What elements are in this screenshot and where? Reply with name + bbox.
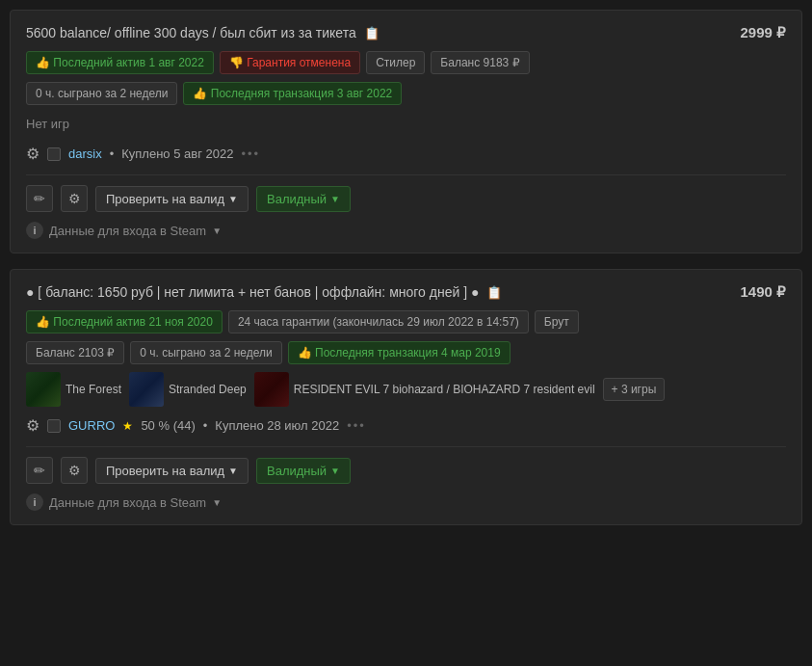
card1-checkbox[interactable] [47,147,61,161]
card2-valid-button[interactable]: Валидный ▼ [256,458,351,484]
card2-divider [26,446,786,447]
card2-tag-guarantee: 24 часа гарантии (закончилась 29 июл 202… [228,310,529,333]
card1-steam-login-row[interactable]: i Данные для входа в Steam ▼ [26,222,786,239]
card2-plus-games[interactable]: + 3 игры [603,378,666,401]
card2-checkbox[interactable] [47,419,61,433]
card1-tags-row1: 👍 Последний актив 1 авг 2022 👎 Гарантия … [26,51,786,74]
card1-check-button[interactable]: Проверить на валид ▼ [95,186,249,212]
card2-tag-brut: Брут [535,310,579,333]
card2-tags-row1: 👍 Последний актив 21 ноя 2020 24 часа га… [26,310,786,333]
card2-steam-login-label: Данные для входа в Steam [49,495,206,510]
card1-tag-guarantee: 👎 Гарантия отменена [220,51,360,74]
card2-seller-row: ⚙ GURRO ★ 50 % (44) • Куплено 28 июл 202… [26,416,786,435]
resident-thumbnail [254,372,289,407]
card1-title: 5600 balance/ offline 300 days / был сби… [26,25,356,40]
card1-price: 2999 ₽ [740,24,786,41]
card1-info-icon: i [26,222,43,239]
card2-tags-row2: Баланс 2103 ₽ 0 ч. сыграно за 2 недели 👍… [26,341,786,364]
card1-steam-btn[interactable]: ⚙ [61,185,88,212]
card2-tag-last-transaction: 👍 Последняя транзакция 4 мар 2019 [288,341,511,364]
card2-login-chevron: ▼ [212,497,222,508]
card1-copy-icon[interactable]: 📋 [364,26,380,40]
card1-valid-chevron: ▼ [330,194,340,204]
card2-check-chevron: ▼ [228,466,238,476]
card1-tag-playtime: 0 ч. сыграно за 2 недели [26,82,177,105]
card2-title: ● [ баланс: 1650 руб | нет лимита + нет … [26,284,479,300]
card1-dots-menu[interactable]: ••• [241,147,260,161]
card2-dots-menu[interactable]: ••• [347,418,366,433]
card1-header: 5600 balance/ offline 300 days / был сби… [26,24,786,41]
card2-valid-label: Валидный [267,464,327,478]
card1-tag-last-active: 👍 Последний актив 1 авг 2022 [26,51,214,74]
card2-seller-dot: • [203,418,208,433]
card2-tag-last-active: 👍 Последний актив 21 ноя 2020 [26,310,223,333]
card1-valid-button[interactable]: Валидный ▼ [256,186,351,212]
card2-steam-login-row[interactable]: i Данные для входа в Steam ▼ [26,493,786,511]
card2-actions: ✏ ⚙ Проверить на валид ▼ Валидный ▼ [26,457,786,484]
card1-valid-label: Валидный [267,192,327,206]
card2-games-row: The Forest Stranded Deep RESIDENT EVIL 7… [26,372,786,407]
card2-check-button[interactable]: Проверить на валид ▼ [95,458,249,484]
card2-price: 1490 ₽ [740,283,786,301]
forest-thumbnail [26,372,61,407]
listing-card-1: 5600 balance/ offline 300 days / был сби… [10,10,802,253]
card2-rating: 50 % (44) [141,418,195,433]
card2-tag-balance: Баланс 2103 ₽ [26,341,124,364]
forest-game-name: The Forest [65,383,121,396]
card2-header: ● [ баланс: 1650 руб | нет лимита + нет … [26,283,786,301]
card2-valid-chevron: ▼ [330,466,340,476]
card1-steam-login-label: Данные для входа в Steam [49,224,206,238]
card2-bought-date: Куплено 28 июл 2022 [215,418,339,433]
stranded-thumbnail [129,372,164,407]
card1-seller-name[interactable]: darsix [68,147,102,161]
card1-no-games: Нет игр [26,113,786,135]
card1-seller-row: ⚙ darsix • Куплено 5 авг 2022 ••• [26,145,786,163]
stranded-game-name: Stranded Deep [169,383,247,396]
card2-star-icon: ★ [122,419,133,433]
card1-tag-balance: Баланс 9183 ₽ [431,51,529,74]
steam-icon-1: ⚙ [26,145,39,163]
game-item-forest: The Forest [26,372,121,407]
card2-check-label: Проверить на валид [106,464,224,478]
card2-copy-icon[interactable]: 📋 [486,285,502,300]
card1-actions: ✏ ⚙ Проверить на валид ▼ Валидный ▼ [26,185,786,212]
card2-info-icon: i [26,493,43,511]
card2-tag-playtime: 0 ч. сыграно за 2 недели [130,341,281,364]
card1-bought-date: Куплено 5 авг 2022 [121,147,233,161]
game-item-resident: RESIDENT EVIL 7 biohazard / BIOHAZARD 7 … [254,372,595,407]
card1-login-chevron: ▼ [212,226,222,236]
card1-check-label: Проверить на валид [106,192,224,206]
card1-divider [26,174,786,175]
game-item-stranded: Stranded Deep [129,372,247,407]
card1-tags-row2: 0 ч. сыграно за 2 недели 👍 Последняя тра… [26,82,786,105]
resident-game-name: RESIDENT EVIL 7 biohazard / BIOHAZARD 7 … [294,383,595,396]
card1-check-chevron: ▼ [228,194,238,204]
card2-edit-btn[interactable]: ✏ [26,457,53,484]
card1-edit-btn[interactable]: ✏ [26,185,53,212]
card1-seller-dot: • [110,147,115,161]
card2-seller-name[interactable]: GURRO [68,418,115,433]
steam-icon-2: ⚙ [26,416,39,435]
listing-card-2: ● [ баланс: 1650 руб | нет лимита + нет … [10,269,802,525]
card1-tag-stealer: Стилер [366,51,425,74]
card1-tag-last-transaction: 👍 Последняя транзакция 3 авг 2022 [183,82,402,105]
card2-steam-btn[interactable]: ⚙ [61,457,88,484]
